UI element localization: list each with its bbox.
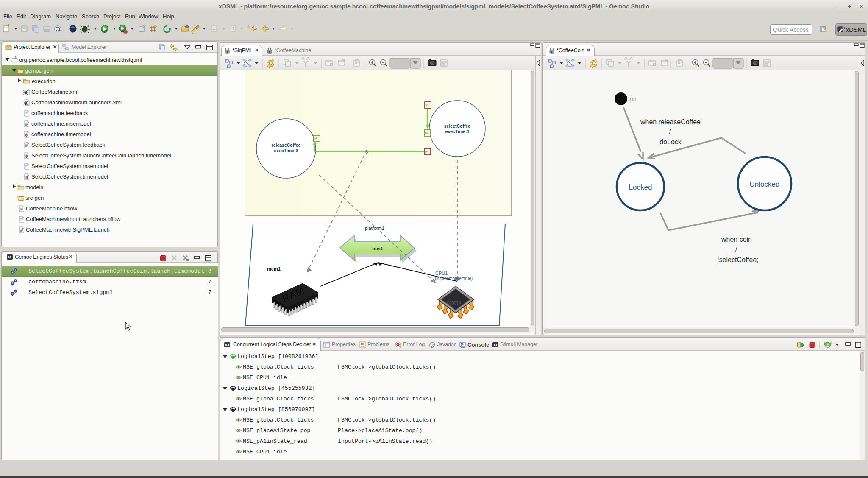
svg-text:execTime:1: execTime:1	[445, 129, 469, 134]
svg-text:platform1: platform1	[365, 226, 384, 231]
svg-text:execTime:3: execTime:3	[274, 148, 298, 153]
svg-text:selectCoffee: selectCoffee	[444, 123, 471, 129]
svg-text:when coin: when coin	[721, 236, 752, 243]
svg-text:!selectCoffee;: !selectCoffee;	[717, 256, 759, 263]
svg-text:bus1: bus1	[372, 246, 383, 251]
svg-text:/: /	[735, 246, 737, 253]
svg-text:init: init	[628, 95, 637, 103]
svg-text:pA..: pA..	[426, 103, 429, 106]
svg-text:Unlocked: Unlocked	[750, 180, 780, 188]
svg-text:pA..: pA..	[425, 131, 429, 134]
svg-text:mem1: mem1	[267, 266, 281, 271]
svg-text:/: /	[669, 128, 671, 135]
svg-text:CPU1: CPU1	[435, 271, 448, 276]
svg-text:Locked: Locked	[629, 183, 652, 191]
svg-text:6: 6	[365, 149, 368, 154]
svg-text:when releaseCoffee: when releaseCoffee	[640, 118, 701, 126]
svg-text:(is preemptive=true): (is preemptive=true)	[435, 276, 473, 281]
svg-text:pA..: pA..	[314, 137, 318, 140]
svg-text:releaseCoffee: releaseCoffee	[272, 143, 301, 148]
svg-text:pA..: pA..	[425, 150, 429, 153]
svg-text:doLock: doLock	[659, 138, 682, 145]
svg-text:h10000: h10000	[447, 300, 461, 305]
